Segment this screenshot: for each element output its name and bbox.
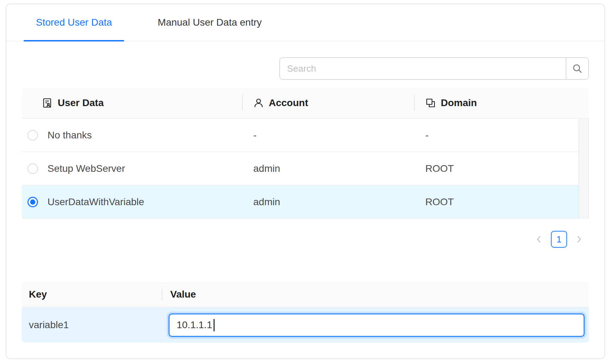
block-icon xyxy=(425,98,436,108)
column-header-domain: Domain xyxy=(415,88,589,118)
pagination-prev-button[interactable] xyxy=(532,231,546,248)
variable-value-wrapper xyxy=(169,313,585,337)
variable-value-input[interactable] xyxy=(169,313,585,337)
tab-bar: Stored User Data Manual User Data entry xyxy=(6,4,604,41)
pagination: 1 xyxy=(22,230,589,248)
column-header-value: Value xyxy=(163,282,589,307)
radio-button[interactable] xyxy=(27,130,38,141)
column-label-account: Account xyxy=(269,97,308,109)
chevron-left-icon xyxy=(535,235,542,243)
cell-account: admin xyxy=(243,163,415,174)
cell-user-data: Setup WebServer xyxy=(47,163,125,174)
text-cursor xyxy=(214,319,215,331)
solution-document-icon xyxy=(42,97,53,109)
column-header-key: Key xyxy=(22,282,163,307)
column-label-user-data: User Data xyxy=(58,97,104,109)
user-data-table: User Data Account xyxy=(22,88,589,219)
pagination-next-button[interactable] xyxy=(572,231,586,248)
cell-account: - xyxy=(243,130,415,141)
pagination-page-1[interactable]: 1 xyxy=(551,231,567,248)
user-data-panel: Stored User Data Manual User Data entry xyxy=(6,4,605,359)
search-icon xyxy=(572,63,583,74)
variable-key-label: variable1 xyxy=(22,319,163,331)
table-header: User Data Account xyxy=(22,88,589,119)
column-header-user-data: User Data xyxy=(22,88,243,118)
tab-stored-user-data[interactable]: Stored User Data xyxy=(24,4,124,41)
table-scrollbar-track[interactable] xyxy=(578,119,589,219)
radio-button[interactable] xyxy=(27,163,38,174)
column-label-domain: Domain xyxy=(441,97,477,109)
search-button[interactable] xyxy=(566,58,588,79)
key-value-header: Key Value xyxy=(22,282,589,307)
table-row-userdatawithvariable[interactable]: UserDataWithVariable admin ROOT xyxy=(22,186,589,219)
tab-manual-user-data-entry[interactable]: Manual User Data entry xyxy=(145,4,274,41)
cell-domain: ROOT xyxy=(415,196,589,208)
radio-button-checked[interactable] xyxy=(27,197,38,207)
table-row-no-thanks[interactable]: No thanks - - xyxy=(22,119,589,152)
cell-user-data: UserDataWithVariable xyxy=(47,196,144,208)
cell-domain: ROOT xyxy=(415,163,589,174)
table-row-setup-webserver[interactable]: Setup WebServer admin ROOT xyxy=(22,152,589,186)
table-body: No thanks - - Setup WebServer admin ROOT xyxy=(22,119,589,219)
cell-user-data: No thanks xyxy=(47,130,92,141)
cell-account: admin xyxy=(243,196,415,208)
user-icon xyxy=(253,98,264,108)
chevron-right-icon xyxy=(576,235,583,243)
search-group xyxy=(279,57,589,80)
search-input[interactable] xyxy=(280,58,566,79)
key-value-row: variable1 xyxy=(22,307,589,343)
cell-domain: - xyxy=(415,130,589,141)
search-row xyxy=(22,57,589,80)
key-value-table: Key Value variable1 xyxy=(22,282,589,343)
column-header-account: Account xyxy=(243,88,415,118)
